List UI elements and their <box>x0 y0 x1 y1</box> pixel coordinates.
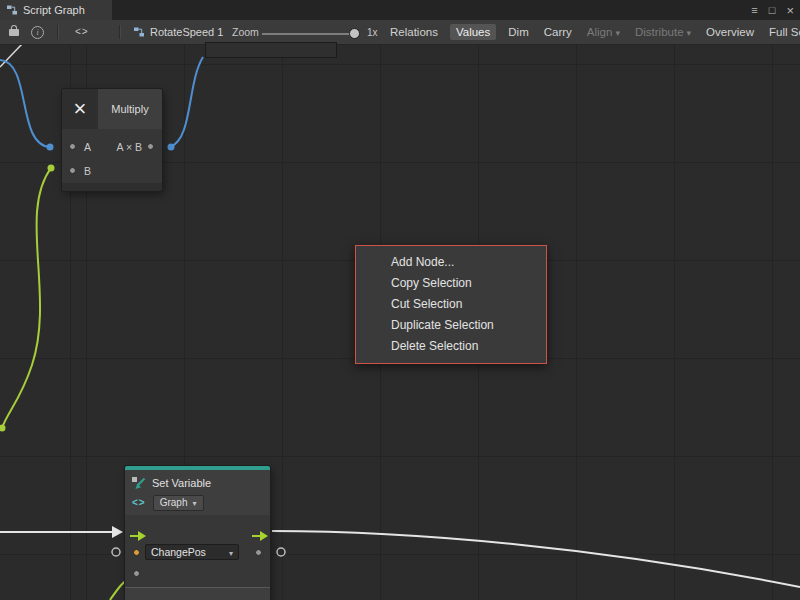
wire-dot-blue <box>168 144 175 151</box>
variable-name-dropdown[interactable]: ChangePos <box>145 544 239 560</box>
code-icon[interactable]: <> <box>75 26 89 37</box>
menu-item-copy-selection[interactable]: Copy Selection <box>356 273 546 294</box>
value-input-port[interactable] <box>133 570 140 577</box>
node-title: Set Variable <box>152 477 211 489</box>
info-icon[interactable]: i <box>31 26 44 39</box>
toolbar-separator <box>57 25 59 39</box>
port-circle[interactable] <box>277 548 285 556</box>
zoom-slider-track[interactable] <box>262 33 358 35</box>
wire-white-right <box>272 531 800 587</box>
port-b-label: B <box>84 165 91 177</box>
node-multiply[interactable]: × Multiply A A × B B <box>62 89 162 191</box>
graph-reference-label: RotateSpeed 1 <box>150 26 223 38</box>
chevron-down-icon <box>615 26 620 38</box>
zoom-value: 1x <box>367 27 378 38</box>
wire-green-long <box>2 168 51 428</box>
script-graph-tab-icon <box>6 4 18 16</box>
graph-reference[interactable]: RotateSpeed 1 <box>133 20 223 44</box>
node-title: Multiply <box>98 89 162 129</box>
chevron-down-icon <box>687 26 692 38</box>
tab-script-graph[interactable]: Script Graph <box>0 0 112 20</box>
empty-field <box>205 42 337 58</box>
value-output-port[interactable] <box>255 549 262 556</box>
script-graph-window: Script Graph ≡ □ × i <> RotateSpeed 1 Zo… <box>0 0 800 600</box>
overview-button[interactable]: Overview <box>703 24 757 40</box>
node-multiply-header[interactable]: × Multiply <box>62 89 162 129</box>
port-result-label: A × B <box>117 141 142 153</box>
wire-blue-out <box>170 57 203 147</box>
set-variable-icon <box>132 477 146 490</box>
variable-scope-label: Graph <box>160 497 188 508</box>
wire-dot-green <box>48 165 55 172</box>
node-footer <box>62 183 162 191</box>
value-input-row <box>125 563 270 584</box>
fullscreen-button[interactable]: Full Screen <box>766 24 800 40</box>
distribute-button[interactable]: Distribute <box>632 24 694 40</box>
port-row: B <box>62 159 162 183</box>
tab-title: Script Graph <box>23 4 85 16</box>
graph-scope-icon: <> <box>132 497 146 508</box>
menu-item-cut-selection[interactable]: Cut Selection <box>356 294 546 315</box>
close-icon[interactable]: × <box>786 3 794 18</box>
toolbar-separator <box>119 25 121 39</box>
wire-dot-green <box>0 425 6 432</box>
wire-dot-blue <box>47 144 54 151</box>
port-row: A A × B <box>62 135 162 159</box>
variable-name-label: ChangePos <box>151 546 206 558</box>
zoom-slider-knob[interactable] <box>349 28 360 39</box>
wire-blue-in <box>0 60 50 147</box>
wire-white-top <box>0 45 23 67</box>
relations-button[interactable]: Relations <box>387 24 441 40</box>
node-footer <box>125 587 270 600</box>
maximize-icon[interactable]: □ <box>769 4 776 16</box>
node-set-variable-header[interactable]: Set Variable <> Graph <box>125 470 270 515</box>
node-set-variable-body: ChangePos <box>125 515 270 587</box>
menu-item-delete-selection[interactable]: Delete Selection <box>356 336 546 357</box>
node-set-variable[interactable]: Set Variable <> Graph <box>125 466 270 600</box>
distribute-label: Distribute <box>635 26 684 38</box>
dim-button[interactable]: Dim <box>505 24 531 40</box>
toolbar-buttons: Relations Values Dim Carry Align Distrib… <box>387 20 800 44</box>
titlebar: Script Graph ≡ □ × <box>0 0 800 21</box>
menu-item-add-node[interactable]: Add Node... <box>356 252 546 273</box>
variable-name-row: ChangePos <box>125 542 270 563</box>
flow-port-row <box>125 522 270 542</box>
input-port-b[interactable] <box>69 167 76 174</box>
values-button[interactable]: Values <box>450 24 496 40</box>
graph-asset-icon <box>133 26 145 38</box>
port-a-label: A <box>84 141 91 153</box>
variable-scope-dropdown[interactable]: Graph <box>153 495 204 511</box>
align-label: Align <box>587 26 613 38</box>
output-port-result[interactable] <box>147 143 154 150</box>
lock-icon[interactable] <box>9 29 19 36</box>
wire-arrowhead <box>112 526 123 538</box>
chevron-down-icon <box>229 546 233 558</box>
window-controls: ≡ □ × <box>751 0 794 20</box>
input-port-a[interactable] <box>69 143 76 150</box>
carry-button[interactable]: Carry <box>541 24 575 40</box>
multiply-icon: × <box>62 89 98 129</box>
window-menu-icon[interactable]: ≡ <box>751 4 757 16</box>
port-circle[interactable] <box>112 548 120 556</box>
menu-item-duplicate-selection[interactable]: Duplicate Selection <box>356 315 546 336</box>
node-multiply-body: A A × B B <box>62 129 162 183</box>
context-menu: Add Node... Copy Selection Cut Selection… <box>355 245 547 364</box>
zoom-label: Zoom <box>232 26 259 38</box>
graph-canvas[interactable]: × Multiply A A × B B <box>0 45 800 600</box>
name-input-port[interactable] <box>133 549 140 556</box>
graph-toolbar: i <> RotateSpeed 1 Zoom 1x Relations Val… <box>0 20 800 45</box>
align-button[interactable]: Align <box>584 24 623 40</box>
chevron-down-icon <box>192 497 196 508</box>
